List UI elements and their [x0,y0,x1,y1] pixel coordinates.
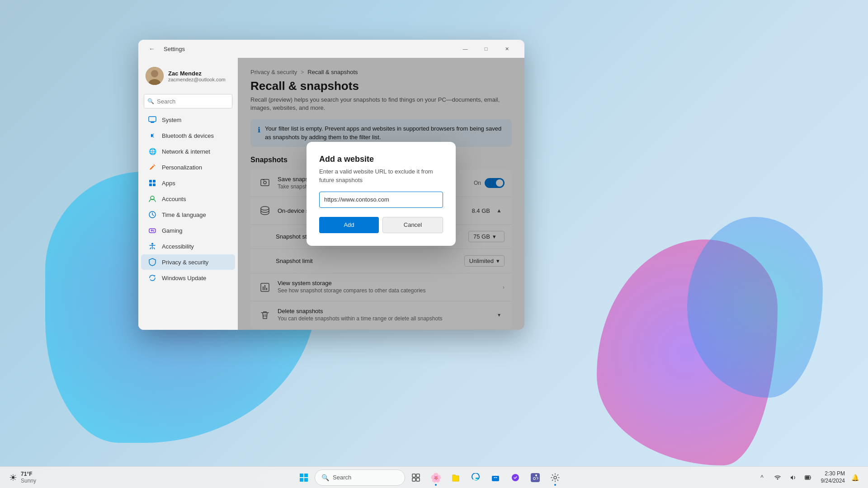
taskbar-app-store[interactable] [486,469,505,487]
svg-rect-37 [492,476,499,481]
weather-temp: 71°F [21,471,36,477]
svg-rect-35 [412,478,415,481]
back-button[interactable]: ← [146,42,158,55]
taskbar-app-settings[interactable] [546,469,564,487]
window-controls: — □ ✕ [455,42,517,56]
sidebar-item-system[interactable]: System [141,112,235,127]
user-name: Zac Mendez [168,70,226,77]
svg-point-1 [151,70,158,77]
main-content: Privacy & security > Recall & snapshots … [238,58,524,330]
close-button[interactable]: ✕ [496,42,517,56]
accessibility-icon [148,242,156,250]
minimize-button[interactable]: — [455,42,476,56]
taskbar-search-text: Search [333,474,351,481]
taskbar-app-copilot[interactable] [506,469,524,487]
volume-tray-icon[interactable] [787,471,799,484]
user-info: Zac Mendez zacmendez@outlook.com [168,70,226,82]
user-profile[interactable]: Zac Mendez zacmendez@outlook.com [138,61,238,90]
start-button[interactable] [295,469,313,487]
gaming-icon [148,226,156,235]
system-icon [148,116,156,124]
clock-date: 9/24/2024 [821,478,845,485]
website-url-input[interactable] [319,192,443,208]
svg-rect-32 [304,478,308,482]
sidebar-label-time: Time & language [162,211,206,218]
window-title: Settings [164,46,185,52]
sidebar-item-network[interactable]: 🌐 Network & internet [141,144,235,159]
svg-rect-3 [149,117,156,122]
sidebar-label-system: System [162,117,181,123]
notification-button[interactable]: 🔔 [851,471,859,484]
avatar [146,67,164,85]
tray-expand-icon[interactable]: ^ [756,471,769,484]
sidebar-item-personalization[interactable]: Personalization [141,160,235,175]
sidebar-item-apps[interactable]: Apps [141,175,235,191]
battery-tray-icon[interactable] [802,471,815,484]
svg-rect-36 [416,478,420,481]
svg-point-12 [153,230,154,231]
sidebar-label-gaming: Gaming [162,227,183,234]
svg-rect-33 [412,474,415,477]
taskbar-center: 🔍 Search 🌸 [99,469,760,487]
title-bar-left: ← Settings [146,42,455,55]
sidebar-label-apps: Apps [162,180,175,187]
weather-widget[interactable]: ☀ 71°F Sunny [9,471,36,484]
taskbar-app-files[interactable] [447,469,465,487]
svg-rect-7 [149,183,152,186]
clock-time: 2:30 PM [821,470,845,478]
cancel-button[interactable]: Cancel [382,217,443,233]
sidebar: Zac Mendez zacmendez@outlook.com 🔍 Syste… [138,58,238,330]
sidebar-label-personalization: Personalization [162,164,202,171]
add-website-button[interactable]: Add [319,217,379,233]
svg-point-14 [151,243,153,245]
svg-rect-30 [304,474,308,477]
sidebar-label-update: Windows Update [162,275,206,282]
taskbar-app-edge[interactable] [467,469,485,487]
time-icon [148,211,156,219]
privacy-icon [148,258,156,266]
sidebar-label-accounts: Accounts [162,196,186,202]
user-email: zacmendez@outlook.com [168,77,226,82]
sidebar-item-accessibility[interactable]: Accessibility [141,239,235,254]
svg-rect-4 [151,122,154,123]
network-icon: 🌐 [148,147,156,155]
sidebar-item-bluetooth[interactable]: Bluetooth & devices [141,128,235,143]
bluetooth-icon [148,131,156,140]
weather-icon: ☀ [9,472,17,483]
network-tray-icon[interactable] [771,471,784,484]
taskbar-search[interactable]: 🔍 Search [315,469,405,486]
sidebar-item-gaming[interactable]: Gaming [141,223,235,238]
sidebar-item-privacy[interactable]: Privacy & security [141,254,235,270]
modal-title: Add a website [319,155,443,164]
apps-icon [148,179,156,187]
sidebar-item-update[interactable]: Windows Update [141,270,235,286]
svg-rect-8 [153,183,156,186]
taskbar-search-icon: 🔍 [321,474,329,481]
title-bar: ← Settings — □ ✕ [138,40,524,58]
window-body: Zac Mendez zacmendez@outlook.com 🔍 Syste… [138,58,524,330]
taskbar-right: ^ [760,469,859,486]
weather-condition: Sunny [21,478,36,484]
taskbar-left: ☀ 71°F Sunny [9,471,99,484]
svg-rect-29 [300,474,303,477]
search-input[interactable] [144,94,232,108]
task-view-button[interactable] [407,469,425,487]
personalization-icon [148,163,156,171]
maximize-button[interactable]: □ [476,42,496,56]
search-icon: 🔍 [147,98,154,104]
modal-buttons: Add Cancel [319,217,443,233]
sidebar-item-accounts[interactable]: Accounts [141,191,235,206]
accounts-icon [148,195,156,203]
svg-rect-31 [300,478,303,482]
sidebar-label-bluetooth: Bluetooth & devices [162,132,214,139]
taskbar-app-teams[interactable] [526,469,544,487]
system-clock[interactable]: 2:30 PM 9/24/2024 [818,469,848,486]
svg-rect-34 [416,474,420,477]
taskbar-app-flowers[interactable]: 🌸 [427,469,445,487]
sidebar-item-time[interactable]: Time & language [141,207,235,222]
modal-description: Enter a valid website URL to exclude it … [319,168,443,184]
svg-rect-43 [805,476,809,479]
svg-rect-5 [149,180,152,183]
svg-rect-6 [153,180,156,183]
sidebar-label-accessibility: Accessibility [162,243,194,250]
